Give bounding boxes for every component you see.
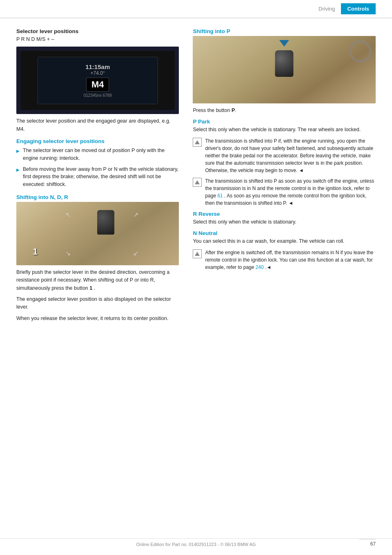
breadcrumb-driving: Driving — [313, 3, 341, 14]
note1-content: The transmission is shifted into P if, w… — [205, 138, 373, 173]
footer: Online Edition for Part no. 01402911223 … — [0, 538, 392, 547]
note-text-1: The transmission is shifted into P if, w… — [205, 137, 376, 174]
bullet-triangle-2: ▶ — [16, 167, 20, 173]
breadcrumb: Driving Controls — [313, 3, 376, 14]
shifting-period: . — [94, 285, 95, 291]
note-triangle-1 — [195, 140, 200, 144]
bullet-item-2: ▶ Before moving the lever away from P or… — [16, 166, 179, 188]
shifter-p-knob — [275, 50, 294, 77]
arrow-bottom-left: ↘ — [65, 249, 71, 257]
selector-lever-subtitle: P R N D M/S + – — [16, 36, 179, 43]
reverse-body: Select this only when the vehicle is sta… — [193, 218, 376, 226]
note3-link[interactable]: 240 — [256, 264, 264, 270]
dash-gear: M4 — [86, 78, 109, 92]
left-column: Selector lever positions P R N D M/S + –… — [16, 28, 189, 326]
note-triangle-2 — [195, 180, 200, 184]
dash-temp: +74.0° — [91, 70, 105, 76]
bullet-item-1: ▶ The selector lever can be moved out of… — [16, 147, 179, 162]
shifting-ndr-heading: Shifting into N, D, R — [16, 194, 179, 200]
dash-screen: 11:15am +74.0° M4 012345mi 6789 — [38, 57, 158, 104]
main-content: Selector lever positions P R N D M/S + –… — [0, 18, 392, 342]
dash-odo: 012345mi 6789 — [84, 93, 112, 98]
shifting-body3: When you release the selector lever, it … — [16, 315, 179, 322]
shifting-p-body: Press the button P. — [193, 107, 376, 114]
dash-inner: 11:15am +74.0° M4 012345mi 6789 — [20, 51, 175, 110]
shifting-p-body-text: Press the button — [193, 107, 230, 113]
note-icon-1 — [193, 138, 202, 147]
shifter-ndr-image: ↖ ↗ ↘ ↙ 1 — [16, 202, 179, 265]
shifter-num-label: 1 — [33, 246, 38, 257]
dashboard-image: 11:15am +74.0° M4 012345mi 6789 — [16, 47, 179, 114]
shifting-body1: Briefly push the selector lever in the d… — [16, 269, 179, 292]
note1-end: ◄ — [299, 168, 304, 173]
footer-copyright: Online Edition for Part no. 01402911223 … — [136, 542, 256, 547]
note-icon-3 — [193, 249, 202, 258]
bullet-triangle-1: ▶ — [16, 148, 20, 154]
engaging-bullet-list: ▶ The selector lever can be moved out of… — [16, 147, 179, 188]
note-box-2: The transmission is shifted into P as so… — [193, 177, 376, 207]
note2-cont: . As soon as you remove the remote contr… — [205, 193, 366, 206]
shifter-knob — [97, 210, 114, 235]
park-body: Select this only when the vehicle is sta… — [193, 126, 376, 134]
note3-end: .◄ — [265, 264, 271, 270]
arrow-left: ↖ — [65, 211, 71, 219]
note-icon-2 — [193, 178, 202, 187]
selector-lever-heading: Selector lever positions — [16, 28, 179, 34]
button-1-label: 1 — [89, 285, 92, 291]
shifting-p-heading: Shifting into P — [193, 28, 376, 34]
bullet-text-2: Before moving the lever away from P or N… — [23, 166, 179, 188]
engaging-selector-heading: Engaging selector lever positions — [16, 138, 179, 144]
breadcrumb-controls: Controls — [341, 3, 376, 14]
arrow-bottom-right: ↙ — [133, 249, 138, 257]
note-box-3: After the engine is switched off, the tr… — [193, 249, 376, 271]
shifting-body1-text: Briefly push the selector lever in the d… — [16, 269, 169, 291]
note-text-3: After the engine is switched off, the tr… — [205, 249, 376, 271]
park-heading: P Park — [193, 119, 376, 125]
shifting-body2: The engaged selector lever position is a… — [16, 295, 179, 311]
neutral-body1: You can select this in a car wash, for e… — [193, 237, 376, 245]
note-triangle-3 — [195, 252, 200, 256]
steering-wheel-icon — [349, 40, 372, 63]
header-bar: Driving Controls — [0, 0, 392, 18]
arrow-down-icon — [279, 40, 289, 47]
note2-link[interactable]: 61 — [217, 193, 223, 199]
page-container: Driving Controls Selector lever position… — [0, 0, 392, 555]
right-column: Shifting into P Press the button P. P Pa… — [189, 28, 376, 326]
note-box-1: The transmission is shifted into P if, w… — [193, 137, 376, 174]
note3-content: After the engine is switched off, the tr… — [205, 250, 373, 270]
selector-lever-body: The selector lever position and the enga… — [16, 117, 179, 133]
arrow-right: ↗ — [133, 211, 138, 219]
button-p-label: P — [232, 107, 235, 113]
page-number: 67 — [359, 539, 376, 547]
bullet-text-1: The selector lever can be moved out of p… — [23, 147, 179, 162]
shifter-p-image — [193, 36, 376, 103]
dash-time: 11:15am — [85, 63, 110, 70]
note-text-2: The transmission is shifted into P as so… — [205, 177, 376, 207]
note2-end: ◄ — [288, 200, 293, 206]
neutral-heading: N Neutral — [193, 230, 376, 236]
reverse-heading: R Reverse — [193, 211, 376, 217]
